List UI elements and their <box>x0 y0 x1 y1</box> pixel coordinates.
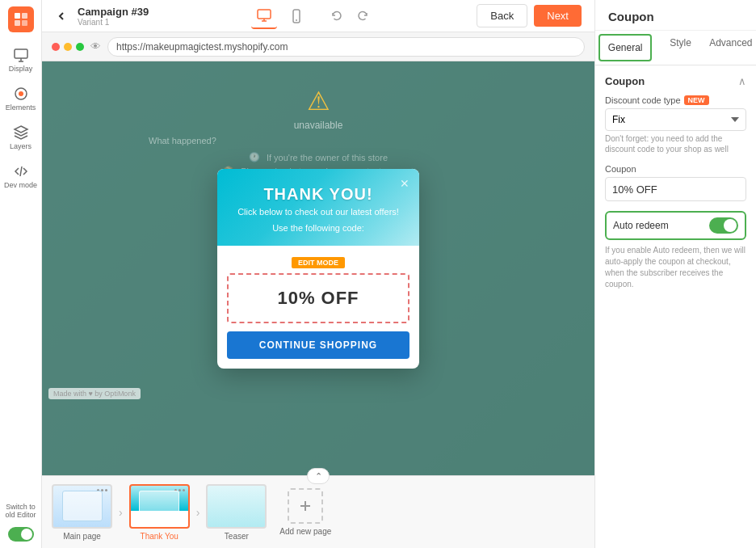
panel-title: Coupon <box>608 10 654 23</box>
tab-advanced[interactable]: Advanced <box>706 31 756 65</box>
switch-editor-btn[interactable]: Switch to old Editor <box>0 500 41 522</box>
next-button[interactable]: Next <box>534 5 582 27</box>
edit-mode-badge: EDIT MODE <box>292 257 345 268</box>
dot-green <box>76 43 84 51</box>
sidebar-item-elements[interactable]: Elements <box>3 81 39 116</box>
app-logo <box>8 6 34 32</box>
pages-bar: ⌃ Main page › <box>42 475 594 548</box>
coupon-field: Coupon <box>605 164 746 201</box>
browser-dots <box>52 43 84 51</box>
continue-shopping-btn[interactable]: CONTINUE SHOPPING <box>227 331 410 359</box>
website-background: ⚠ unavailable What happened? 🕐 If you're… <box>42 61 594 475</box>
svg-rect-3 <box>22 20 27 26</box>
sidebar-item-devmode[interactable]: Dev mode <box>3 158 39 194</box>
display-label: Display <box>9 65 33 73</box>
discount-type-select[interactable]: Fix Percent Free Shipping <box>605 108 746 131</box>
redo-btn[interactable] <box>351 5 374 27</box>
svg-point-6 <box>19 91 23 96</box>
dot-yellow <box>64 43 72 51</box>
redo-icon <box>356 10 369 23</box>
chevron-left-icon <box>55 10 68 23</box>
coupon-input[interactable] <box>605 177 746 201</box>
pages-bar-inner: Main page › Thank You › <box>52 484 585 541</box>
thankyou-page-label: Thank You <box>141 532 178 541</box>
svg-rect-7 <box>258 10 271 19</box>
discount-type-label-row: Discount code type New <box>605 95 746 105</box>
svg-point-9 <box>296 19 297 21</box>
undo-icon <box>330 10 343 23</box>
add-page-btn[interactable]: Add new page <box>279 488 331 536</box>
coupon-popup: ✕ THANK YOU! Click below to check out ou… <box>217 169 419 369</box>
preview-area: 👁 https://makeupmagictest.myshopify.com … <box>42 32 594 548</box>
top-right-buttons: Back Next <box>477 4 582 27</box>
url-bar[interactable]: https://makeupmagictest.myshopify.com <box>107 37 585 57</box>
tab-general[interactable]: General <box>598 34 652 61</box>
desktop-icon <box>256 7 272 23</box>
sidebar-item-display[interactable]: Display <box>3 42 39 78</box>
discount-type-label: Discount code type <box>605 95 681 105</box>
coupon-section-header: Coupon ∧ <box>605 75 746 87</box>
teaser-page-thumbnail <box>206 484 267 529</box>
page-arrow-1: › <box>119 506 123 519</box>
browser-bar: 👁 https://makeupmagictest.myshopify.com <box>42 32 594 61</box>
desktop-device-btn[interactable] <box>251 3 277 29</box>
panel-tabs: General Style Advanced <box>595 31 756 65</box>
device-icons <box>251 3 309 29</box>
back-button[interactable]: Back <box>477 4 527 27</box>
popup-close-btn[interactable]: ✕ <box>397 175 413 192</box>
coupon-field-label: Coupon <box>605 164 746 174</box>
devmode-label: Dev mode <box>4 181 37 189</box>
discount-helper-text: Don't forget: you need to add the discou… <box>605 133 746 154</box>
campaign-info: Campaign #39 Variant 1 <box>78 6 149 27</box>
add-page-label: Add new page <box>279 527 331 536</box>
campaign-title: Campaign #39 <box>78 6 149 18</box>
left-sidebar: Display Elements Layers Dev mode Switch … <box>0 0 42 548</box>
top-bar: Campaign #39 Variant 1 <box>42 0 594 32</box>
svg-rect-2 <box>15 20 20 26</box>
campaign-subtitle: Variant 1 <box>78 18 149 27</box>
made-with-label: Made with ♥ by OptiMonk <box>48 388 141 399</box>
back-nav[interactable] <box>55 10 68 23</box>
auto-redeem-description: If you enable Auto redeem, then we will … <box>605 245 746 290</box>
auto-redeem-toggle[interactable] <box>709 217 738 234</box>
devmode-icon <box>13 163 29 179</box>
toggle-on-knob <box>724 219 737 232</box>
auto-redeem-row: Auto redeem <box>605 211 746 240</box>
display-icon <box>13 47 29 63</box>
undo-btn[interactable] <box>326 5 348 27</box>
panel-content: Coupon ∧ Discount code type New Fix Perc… <box>595 65 756 548</box>
pages-expand-btn[interactable]: ⌃ <box>307 468 330 484</box>
elements-label: Elements <box>6 103 36 112</box>
sidebar-item-layers[interactable]: Layers <box>3 120 39 155</box>
new-badge: New <box>684 95 709 105</box>
main-page-thumbnail <box>52 484 112 529</box>
collapse-icon[interactable]: ∧ <box>738 75 746 87</box>
popup-header: ✕ THANK YOU! Click below to check out ou… <box>217 169 419 246</box>
right-panel: Coupon General Style Advanced Coupon ∧ D… <box>594 0 756 548</box>
preview-icon: 👁 <box>90 40 101 53</box>
sidebar-bottom: Switch to old Editor <box>0 500 41 542</box>
popup-code-label: Use the following code: <box>230 223 406 233</box>
dot-red <box>52 43 60 51</box>
page-arrow-2: › <box>196 506 200 519</box>
tab-style[interactable]: Style <box>655 31 705 65</box>
page-thumb-main[interactable]: Main page <box>52 484 112 541</box>
mobile-device-btn[interactable] <box>284 3 309 29</box>
page-thumb-thankyou[interactable]: Thank You <box>129 484 190 541</box>
url-text: https://makeupmagictest.myshopify.com <box>116 41 288 53</box>
history-buttons <box>326 5 374 27</box>
coupon-code-text: 10% OFF <box>277 288 359 308</box>
popup-body: EDIT MODE 10% OFF CONTINUE SHOPPING <box>217 246 419 369</box>
panel-header: Coupon <box>595 0 756 31</box>
popup-overlay: ✕ THANK YOU! Click below to check out ou… <box>42 61 594 475</box>
plus-icon <box>297 498 313 514</box>
toggle-knob <box>21 529 32 540</box>
preview-content: ⚠ unavailable What happened? 🕐 If you're… <box>42 61 594 475</box>
popup-title: THANK YOU! <box>230 185 406 204</box>
teaser-page-label: Teaser <box>225 532 249 541</box>
editor-toggle[interactable] <box>8 527 34 542</box>
add-page-circle <box>288 488 323 524</box>
coupon-code-box[interactable]: 10% OFF <box>227 273 410 323</box>
auto-redeem-label: Auto redeem <box>613 220 669 231</box>
page-thumb-teaser[interactable]: Teaser <box>206 484 267 541</box>
